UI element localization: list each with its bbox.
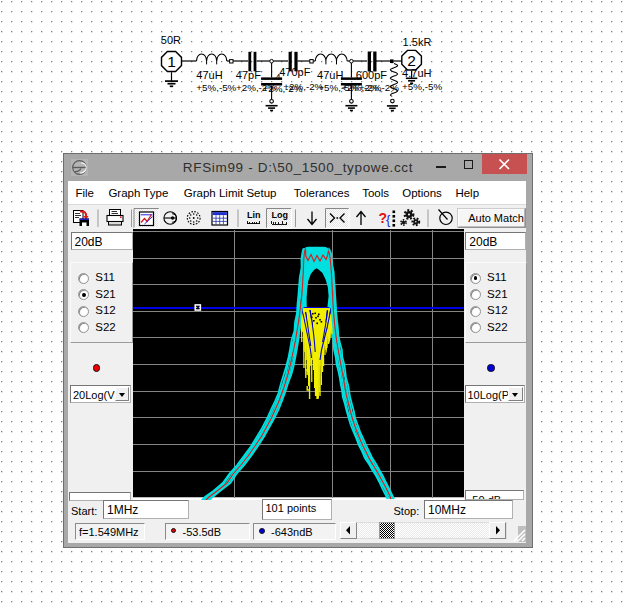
svg-text:600pF: 600pF xyxy=(356,69,387,81)
svg-text:{: { xyxy=(386,211,391,226)
svg-text:4.7uH: 4.7uH xyxy=(402,67,431,79)
svg-text:+5%,-5%: +5%,-5% xyxy=(196,82,236,93)
svg-text:Auto Match: Auto Match xyxy=(468,212,524,224)
svg-text:50R: 50R xyxy=(161,34,181,46)
svg-text:47uH: 47uH xyxy=(196,69,222,81)
svg-text:1.5kR: 1.5kR xyxy=(403,36,432,48)
svg-text:Lin: Lin xyxy=(247,210,261,220)
svg-text:+5%,-5%: +5%,-5% xyxy=(402,81,442,92)
svg-text:Log: Log xyxy=(272,209,289,219)
svg-text:47uH: 47uH xyxy=(317,69,343,81)
svg-text:470pF: 470pF xyxy=(279,66,310,78)
svg-text:47pF: 47pF xyxy=(236,69,261,81)
svg-text:2: 2 xyxy=(407,52,416,69)
svg-text:+2%,-2%: +2%,-2% xyxy=(359,82,399,93)
svg-text:1: 1 xyxy=(167,53,176,70)
